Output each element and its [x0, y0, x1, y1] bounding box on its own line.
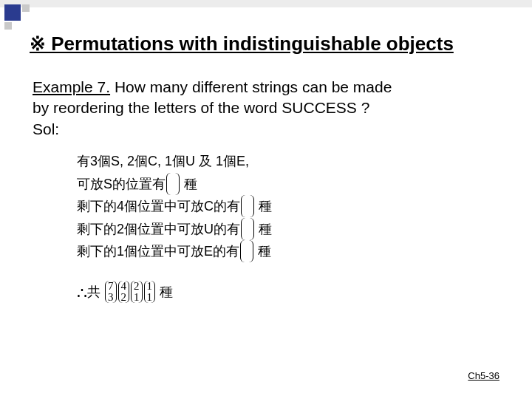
- binom-4-2: 42: [118, 281, 130, 303]
- binom-placeholder-icon: [241, 195, 254, 217]
- binom-1-1: 11: [144, 281, 156, 303]
- binom-7-3: 73: [105, 281, 117, 303]
- topbar: [0, 0, 532, 7]
- sol-label: Sol:: [33, 119, 510, 140]
- logo-square-small-2: [4, 22, 12, 30]
- question-text-1: How many different strings can be made: [115, 78, 392, 95]
- logo: [0, 0, 34, 34]
- therefore-icon: ∴: [77, 284, 87, 302]
- logo-square-main: [4, 4, 21, 21]
- solution-list: 有3個S, 2個C, 1個U 及 1個E, 可放S的位置有 種 剩下的4個位置中…: [77, 150, 510, 307]
- slide-title: ※ Permutations with indistinguishable ob…: [30, 33, 454, 55]
- binom-placeholder-icon: [166, 173, 180, 195]
- sol-line-2: 可放S的位置有 種: [77, 173, 510, 196]
- sol-line-1: 有3個S, 2個C, 1個U 及 1個E,: [77, 150, 510, 173]
- example-label: Example 7.: [33, 78, 110, 95]
- example-line: Example 7. How many different strings ca…: [33, 77, 510, 98]
- sol-line-4: 剩下的2個位置中可放U的有 種: [77, 218, 510, 241]
- binom-placeholder-icon: [240, 240, 253, 262]
- question-text-2: by reordering the letters of the word SU…: [33, 98, 510, 118]
- logo-square-small-1: [22, 4, 30, 12]
- body: Example 7. How many different strings ca…: [33, 77, 510, 307]
- binom-placeholder-icon: [241, 218, 254, 240]
- footer-page: Ch5-36: [468, 370, 499, 381]
- sol-line-5: 剩下的1個位置中可放E的有 種: [77, 240, 510, 263]
- sol-line-3: 剩下的4個位置中可放C的有 種: [77, 195, 510, 218]
- binom-2-1: 21: [131, 281, 143, 303]
- sol-final: ∴共 73422111 種: [77, 279, 510, 307]
